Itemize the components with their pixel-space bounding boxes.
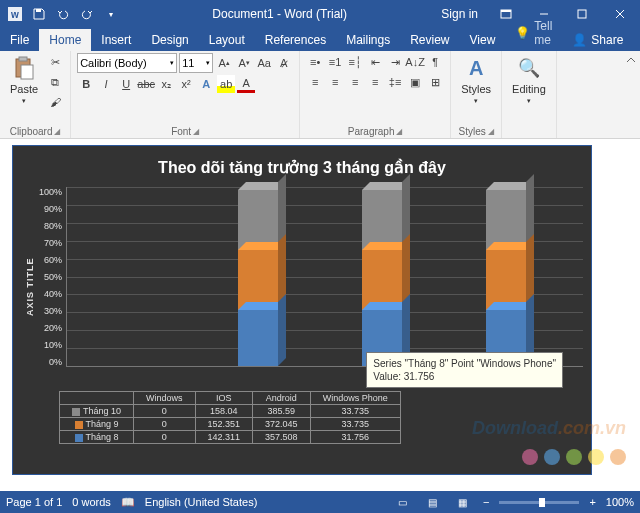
styles-icon: A xyxy=(463,55,489,81)
tab-mailings[interactable]: Mailings xyxy=(336,29,400,51)
superscript-button[interactable]: x² xyxy=(177,75,195,93)
paragraph-launcher[interactable]: ◢ xyxy=(396,127,402,136)
tab-insert[interactable]: Insert xyxy=(91,29,141,51)
increase-indent[interactable]: ⇥ xyxy=(386,53,404,71)
line-spacing[interactable]: ‡≡ xyxy=(386,73,404,91)
justify[interactable]: ≡ xyxy=(366,73,384,91)
font-size-combo[interactable]: 11▾ xyxy=(179,53,213,73)
axis-title: AXIS TITLE xyxy=(21,187,39,387)
data-table: WindowsIOSAndroidWindows Phone Tháng 100… xyxy=(59,391,401,444)
font-color[interactable]: A xyxy=(237,75,255,93)
group-clipboard: Paste ▾ ✂ ⧉ 🖌 Clipboard ◢ xyxy=(0,51,71,138)
styles-launcher[interactable]: ◢ xyxy=(488,127,494,136)
signin-link[interactable]: Sign in xyxy=(433,7,486,21)
collapse-ribbon[interactable] xyxy=(622,51,640,138)
align-center[interactable]: ≡ xyxy=(326,73,344,91)
format-painter[interactable]: 🖌 xyxy=(46,93,64,111)
zoom-slider[interactable] xyxy=(499,501,579,504)
dot xyxy=(566,449,582,465)
multilevel-button[interactable]: ≡┆ xyxy=(346,53,364,71)
document-title: Document1 - Word (Trial) xyxy=(126,7,433,21)
redo-button[interactable] xyxy=(76,3,98,25)
save-button[interactable] xyxy=(28,3,50,25)
editing-button[interactable]: 🔍 Editing ▾ xyxy=(508,53,550,107)
dot xyxy=(588,449,604,465)
shrink-font[interactable]: A▾ xyxy=(235,54,253,72)
word-icon: w xyxy=(4,3,26,25)
italic-button[interactable]: I xyxy=(97,75,115,93)
group-font: Calibri (Body)▾ 11▾ A▴ A▾ Aa A̷ B I U ab… xyxy=(71,51,300,138)
decrease-indent[interactable]: ⇤ xyxy=(366,53,384,71)
cut-button[interactable]: ✂ xyxy=(46,53,64,71)
clipboard-launcher[interactable]: ◢ xyxy=(54,127,60,136)
bar-windows-phone xyxy=(486,190,536,366)
font-launcher[interactable]: ◢ xyxy=(193,127,199,136)
chart-tooltip: Series "Tháng 8" Point "Windows Phone" V… xyxy=(366,352,563,388)
tab-view[interactable]: View xyxy=(460,29,506,51)
qat-customize[interactable]: ▾ xyxy=(100,3,122,25)
change-case[interactable]: Aa xyxy=(255,54,273,72)
bar-android xyxy=(362,190,412,366)
tab-layout[interactable]: Layout xyxy=(199,29,255,51)
lightbulb-icon: 💡 xyxy=(515,26,530,40)
numbering-button[interactable]: ≡1 xyxy=(326,53,344,71)
strike-button[interactable]: abc xyxy=(137,75,155,93)
styles-button[interactable]: A Styles ▾ xyxy=(457,53,495,107)
align-left[interactable]: ≡ xyxy=(306,73,324,91)
chart-object[interactable]: Theo dõi tăng trưởng 3 tháng gần đây AXI… xyxy=(12,145,592,475)
highlight-button[interactable]: ab xyxy=(217,75,235,93)
group-editing: 🔍 Editing ▾ xyxy=(502,51,557,138)
maximize-button[interactable] xyxy=(564,0,600,28)
zoom-out[interactable]: − xyxy=(483,496,489,508)
web-layout[interactable]: ▦ xyxy=(453,494,473,510)
close-button[interactable] xyxy=(602,0,638,28)
find-icon: 🔍 xyxy=(516,55,542,81)
document-area: Theo dõi tăng trưởng 3 tháng gần đây AXI… xyxy=(0,139,640,491)
tell-me[interactable]: 💡Tell me xyxy=(505,15,562,51)
svg-rect-10 xyxy=(19,57,27,61)
tab-home[interactable]: Home xyxy=(39,29,91,51)
undo-button[interactable] xyxy=(52,3,74,25)
svg-text:w: w xyxy=(10,9,19,20)
borders-button[interactable]: ⊞ xyxy=(426,73,444,91)
sort-button[interactable]: A↓Z xyxy=(406,53,424,71)
text-effects[interactable]: A xyxy=(197,75,215,93)
bullets-button[interactable]: ≡• xyxy=(306,53,324,71)
y-axis: 100%90%80%70%60%50%40%30%20%10%0% xyxy=(39,187,66,367)
clear-formatting[interactable]: A̷ xyxy=(275,54,293,72)
language-indicator[interactable]: English (United States) xyxy=(145,496,258,508)
table-row: Tháng 100158.04385.5933.735 xyxy=(60,405,401,418)
chevron-down-icon: ▾ xyxy=(22,97,26,105)
tab-review[interactable]: Review xyxy=(400,29,459,51)
zoom-in[interactable]: + xyxy=(589,496,595,508)
bar-ios xyxy=(238,190,288,366)
tab-file[interactable]: File xyxy=(0,29,39,51)
ribbon-tabs: File Home Insert Design Layout Reference… xyxy=(0,28,640,51)
group-paragraph: ≡• ≡1 ≡┆ ⇤ ⇥ A↓Z ¶ ≡ ≡ ≡ ≡ ‡≡ ▣ ⊞ xyxy=(300,51,451,138)
ribbon: Paste ▾ ✂ ⧉ 🖌 Clipboard ◢ Calibri (Body)… xyxy=(0,51,640,139)
pilcrow-button[interactable]: ¶ xyxy=(426,53,444,71)
proofing-icon[interactable]: 📖 xyxy=(121,496,135,509)
statusbar: Page 1 of 1 0 words 📖 English (United St… xyxy=(0,491,640,513)
print-layout[interactable]: ▤ xyxy=(423,494,443,510)
color-dots xyxy=(522,449,626,465)
word-count[interactable]: 0 words xyxy=(72,496,111,508)
copy-button[interactable]: ⧉ xyxy=(46,73,64,91)
tab-design[interactable]: Design xyxy=(141,29,198,51)
grow-font[interactable]: A▴ xyxy=(215,54,233,72)
svg-rect-2 xyxy=(36,9,41,12)
read-mode[interactable]: ▭ xyxy=(393,494,413,510)
subscript-button[interactable]: x₂ xyxy=(157,75,175,93)
zoom-level[interactable]: 100% xyxy=(606,496,634,508)
share-button[interactable]: 👤Share xyxy=(562,29,633,51)
share-icon: 👤 xyxy=(572,33,587,47)
tab-references[interactable]: References xyxy=(255,29,336,51)
bold-button[interactable]: B xyxy=(77,75,95,93)
shading-button[interactable]: ▣ xyxy=(406,73,424,91)
paste-button[interactable]: Paste ▾ xyxy=(6,53,42,107)
underline-button[interactable]: U xyxy=(117,75,135,93)
align-right[interactable]: ≡ xyxy=(346,73,364,91)
font-name-combo[interactable]: Calibri (Body)▾ xyxy=(77,53,177,73)
page-indicator[interactable]: Page 1 of 1 xyxy=(6,496,62,508)
svg-rect-6 xyxy=(578,10,586,18)
